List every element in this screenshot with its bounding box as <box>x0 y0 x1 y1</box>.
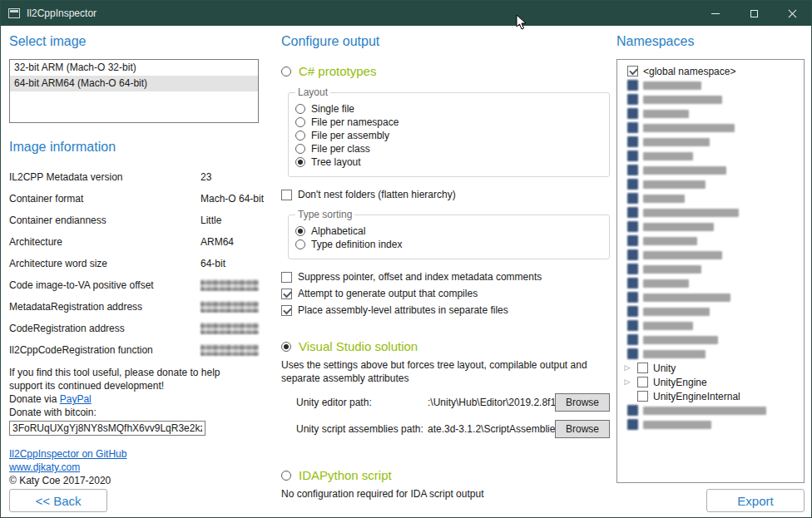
namespace-row-redacted[interactable] <box>617 248 804 262</box>
namespace-row-redacted[interactable] <box>617 177 804 191</box>
checkbox-icon-checked <box>627 179 638 190</box>
namespace-row-redacted[interactable] <box>617 276 804 290</box>
namespace-row-global[interactable]: <global namespace> <box>617 64 804 78</box>
browse-script-assemblies-button[interactable]: Browse <box>555 420 610 438</box>
minimize-button[interactable] <box>696 1 735 26</box>
maximize-button[interactable] <box>735 1 773 26</box>
redacted-label <box>643 81 701 90</box>
namespace-row-redacted[interactable] <box>617 135 804 149</box>
expander-icon[interactable]: ▷ <box>622 361 632 375</box>
namespace-row-redacted[interactable] <box>617 290 804 304</box>
redacted-value <box>201 301 259 313</box>
namespace-redacted-list <box>617 78 804 361</box>
github-link[interactable]: Il2CppInspector on GitHub <box>9 447 259 461</box>
checkbox-icon-checked <box>627 207 638 218</box>
info-row: ArchitectureARM64 <box>9 231 259 253</box>
checkbox-assembly-attributes-separate[interactable]: Place assembly-level attributes in separ… <box>281 304 610 316</box>
configure-output-heading: Configure output <box>281 34 610 49</box>
namespace-row-redacted[interactable] <box>617 347 804 361</box>
redacted-label <box>643 294 730 302</box>
namespace-row-redacted[interactable] <box>617 262 804 276</box>
radio-tree-layout[interactable]: Tree layout <box>295 156 602 168</box>
checkbox-icon-checked <box>627 122 638 133</box>
namespace-redacted-list-bottom <box>617 403 804 432</box>
namespace-row-redacted[interactable] <box>617 205 804 220</box>
image-option-64bit[interactable]: 64-bit ARM64 (Mach-O 64-bit) <box>10 76 258 91</box>
redacted-label <box>643 407 766 415</box>
redacted-label <box>643 124 735 132</box>
radio-single-file[interactable]: Single file <box>295 103 602 115</box>
unity-editor-path-value: :\Unity\Hub\Editor\2019.2.8f1 <box>428 397 555 408</box>
select-image-section: Select image 32-bit ARM (Mach-O 32-bit) … <box>9 34 259 487</box>
layout-groupbox: Layout Single file File per namespace Fi… <box>288 86 610 177</box>
namespace-row-redacted[interactable] <box>617 121 804 135</box>
namespaces-panel[interactable]: <global namespace> ▷ Unity ▷ UnityEngine <box>616 59 805 483</box>
checkbox-icon-checked <box>627 136 638 147</box>
image-listbox[interactable]: 32-bit ARM (Mach-O 32-bit) 64-bit ARM64 … <box>9 59 259 123</box>
checkbox-suppress-metadata-comments[interactable]: Suppress pointer, offset and index metad… <box>281 271 610 283</box>
redacted-label <box>643 166 726 175</box>
namespace-row-redacted[interactable] <box>617 106 804 121</box>
maximize-icon <box>750 10 758 17</box>
namespace-row-unityengineinternal[interactable]: UnityEngineInternal <box>617 389 804 403</box>
radio-icon <box>281 471 291 481</box>
bitcoin-address-input[interactable] <box>9 421 205 436</box>
back-button[interactable]: << Back <box>9 489 107 512</box>
namespace-row-redacted[interactable] <box>617 191 804 205</box>
checkbox-icon-checked <box>627 235 638 246</box>
namespace-row-redacted[interactable] <box>617 403 804 417</box>
radio-alphabetical[interactable]: Alphabetical <box>295 225 602 237</box>
checkbox-icon-checked <box>627 80 638 91</box>
radio-visual-studio-solution[interactable]: Visual Studio solution <box>281 339 610 353</box>
checkbox-icon-checked <box>627 66 638 76</box>
namespace-row-redacted[interactable] <box>617 234 804 248</box>
radio-file-per-namespace[interactable]: File per namespace <box>295 116 602 128</box>
redacted-label <box>643 322 693 330</box>
copyright-text: © Katy Coe 2017-2020 <box>9 474 259 487</box>
close-button[interactable] <box>773 1 811 26</box>
radio-type-definition-index[interactable]: Type definition index <box>295 239 602 250</box>
checkbox-attempt-compiles[interactable]: Attempt to generate output that compiles <box>281 288 610 299</box>
app-window: Il2CppInspector Select image 32-bit ARM … <box>0 0 812 518</box>
checkbox-icon-checked <box>627 108 638 119</box>
unity-editor-path-row: Unity editor path: :\Unity\Hub\Editor\20… <box>296 393 610 412</box>
namespace-row-redacted[interactable] <box>617 304 804 318</box>
expander-icon[interactable]: ▷ <box>622 375 632 389</box>
namespace-row-redacted[interactable] <box>617 92 804 106</box>
namespace-row-unityengine[interactable]: ▷ UnityEngine <box>617 375 804 389</box>
namespace-row-redacted[interactable] <box>617 78 804 92</box>
radio-file-per-class[interactable]: File per class <box>295 143 602 155</box>
titlebar[interactable]: Il2CppInspector <box>1 1 811 26</box>
checkbox-icon-checked <box>627 94 638 105</box>
image-option-32bit[interactable]: 32-bit ARM (Mach-O 32-bit) <box>10 60 258 76</box>
namespace-row-redacted[interactable] <box>617 220 804 234</box>
namespace-row-redacted[interactable] <box>617 163 804 177</box>
donate-text: If you find this tool useful, please don… <box>9 366 252 392</box>
radio-csharp-prototypes[interactable]: C# prototypes <box>281 64 610 78</box>
paypal-link[interactable]: PayPal <box>60 393 92 405</box>
namespace-row-redacted[interactable] <box>617 318 804 333</box>
checkbox-icon <box>281 272 292 283</box>
radio-idapython-script[interactable]: IDAPython script <box>281 468 610 482</box>
checkbox-dont-nest-folders[interactable]: Don't nest folders (flatten hierarchy) <box>281 189 610 200</box>
radio-icon <box>295 117 305 127</box>
website-link[interactable]: www.djkaty.com <box>9 461 259 474</box>
radio-file-per-assembly[interactable]: File per assembly <box>295 130 602 141</box>
namespace-row-redacted[interactable] <box>617 417 804 432</box>
window-title: Il2CppInspector <box>27 7 97 19</box>
export-button[interactable]: Export <box>706 489 805 512</box>
namespace-row-redacted[interactable] <box>617 333 804 347</box>
redacted-value <box>201 344 259 356</box>
browse-editor-button[interactable]: Browse <box>555 393 610 412</box>
checkbox-icon-checked <box>627 278 638 289</box>
checkbox-icon-checked <box>627 320 638 331</box>
namespace-row-unity[interactable]: ▷ Unity <box>617 361 804 375</box>
unity-script-assemblies-row: Unity script assemblies path: ate.3d-3.1… <box>296 420 610 438</box>
info-row: Il2CppCodeRegistration function <box>9 339 259 361</box>
layout-group-label: Layout <box>295 86 330 98</box>
radio-icon-selected <box>281 342 291 352</box>
checkbox-icon-checked <box>627 150 638 161</box>
namespace-row-redacted[interactable] <box>617 149 804 163</box>
checkbox-icon-checked <box>627 264 638 274</box>
redacted-label <box>643 96 722 104</box>
